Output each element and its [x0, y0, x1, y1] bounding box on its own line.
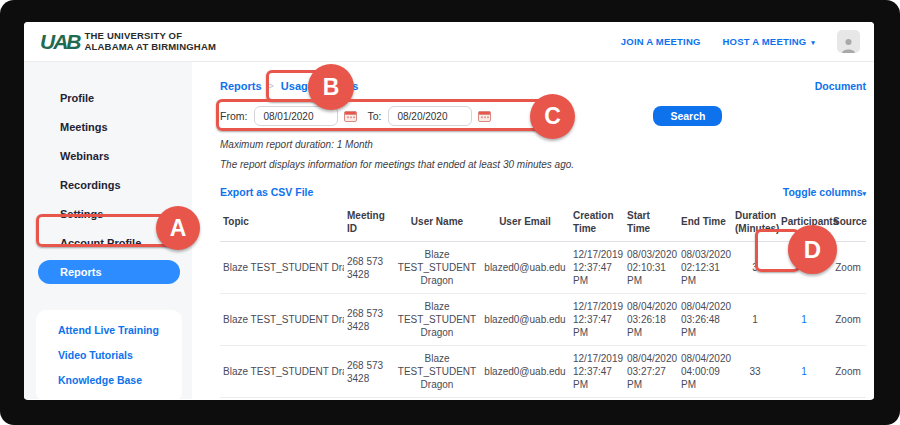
export-csv-link[interactable]: Export as CSV File — [220, 186, 313, 198]
person-icon — [840, 36, 857, 53]
cell-topic: Blaze TEST_STUDENT Drago... — [220, 346, 344, 398]
col-header-creation-time: Creation Time — [570, 204, 624, 242]
table-header-row: Topic Meeting ID User Name User Email Cr… — [220, 204, 866, 242]
cell-duration: 33 — [732, 346, 778, 398]
org-line1: THE UNIVERSITY OF — [85, 30, 183, 41]
cell-creation-time: 12/17/2019 12:37:47 PM — [570, 398, 624, 401]
cell-creation-time: 12/17/2019 12:37:47 PM — [570, 242, 624, 294]
chevron-down-icon: ▾ — [862, 190, 866, 197]
cell-user-email: blazed0@uab.edu — [480, 398, 570, 401]
sidebar-item-settings[interactable]: Settings — [24, 202, 192, 226]
max-duration-note: Maximum report duration: 1 Month — [220, 139, 866, 150]
sidebar: Profile Meetings Webinars Recordings Set… — [24, 62, 192, 399]
search-button[interactable]: Search — [653, 106, 722, 126]
cell-end-time: 08/05/2020 12:07:29 PM — [678, 398, 732, 401]
toggle-columns-link[interactable]: Toggle columns▾ — [783, 186, 866, 198]
col-header-topic: Topic — [220, 204, 344, 242]
sidebar-item-recordings[interactable]: Recordings — [24, 173, 192, 197]
uab-logo[interactable]: UAB THE UNIVERSITY OF ALABAMA AT BIRMING… — [40, 31, 216, 52]
chevron-down-icon: ▾ — [811, 39, 815, 46]
cell-topic: Blaze TEST_STUDENT Drago... — [220, 242, 344, 294]
breadcrumb-separator: > — [269, 81, 274, 91]
cell-duration: 1 — [732, 294, 778, 346]
participants-count-link[interactable]: 4 — [801, 262, 807, 273]
col-header-start-time: Start Time — [624, 204, 678, 242]
calendar-icon[interactable] — [344, 110, 357, 122]
page-body: Profile Meetings Webinars Recordings Set… — [24, 62, 874, 399]
to-label: To: — [367, 110, 381, 122]
video-tutorials-link[interactable]: Video Tutorials — [58, 349, 182, 361]
cell-topic: Blaze TEST_STUDENT Drago... — [220, 398, 344, 401]
from-label: From: — [220, 110, 247, 122]
topbar-actions: JOIN A MEETING HOST A MEETING ▾ — [621, 30, 860, 53]
col-header-source: Source — [830, 204, 866, 242]
report-info-note: The report displays information for meet… — [220, 159, 866, 170]
usage-reports-table: Topic Meeting ID User Name User Email Cr… — [220, 204, 866, 400]
table-row: Blaze TEST_STUDENT Drago... 268 573 3428… — [220, 294, 866, 346]
breadcrumb: Reports > Usage Reports Document — [220, 80, 866, 92]
table-row: Blaze TEST_STUDENT Drago... 268 573 3428… — [220, 346, 866, 398]
main-content: Reports > Usage Reports Document From: — [192, 62, 874, 399]
cell-creation-time: 12/17/2019 12:37:47 PM — [570, 346, 624, 398]
col-header-user-email: User Email — [480, 204, 570, 242]
participants-count-link[interactable]: 1 — [801, 314, 807, 325]
cell-end-time: 08/03/2020 02:12:31 PM — [678, 242, 732, 294]
knowledge-base-link[interactable]: Knowledge Base — [58, 374, 182, 386]
cell-meeting-id: 268 573 3428 — [344, 346, 394, 398]
tab-usage-reports[interactable]: Usage Reports — [281, 80, 359, 92]
cell-source: Zoom — [830, 294, 866, 346]
sidebar-item-webinars[interactable]: Webinars — [24, 144, 192, 168]
participants-count-link[interactable]: 1 — [801, 366, 807, 377]
cell-user-email: blazed0@uab.edu — [480, 242, 570, 294]
sidebar-help-card: Attend Live Training Video Tutorials Kno… — [36, 310, 182, 400]
cell-user-email: blazed0@uab.edu — [480, 294, 570, 346]
cell-meeting-id: 268 573 3428 — [344, 398, 394, 401]
cell-user-name: Blaze TEST_STUDENT Dragon — [394, 346, 480, 398]
cell-user-email: blazed0@uab.edu — [480, 346, 570, 398]
table-row: Blaze TEST_STUDENT Drago... 268 573 3428… — [220, 398, 866, 401]
cell-source: Zoom — [830, 398, 866, 401]
date-filter-form: From: To: — [220, 103, 866, 129]
zoom-web-portal: UAB THE UNIVERSITY OF ALABAMA AT BIRMING… — [24, 22, 874, 400]
breadcrumb-reports-link[interactable]: Reports — [220, 80, 262, 92]
org-line2: ALABAMA AT BIRMINGHAM — [85, 41, 217, 52]
cell-topic: Blaze TEST_STUDENT Drago... — [220, 294, 344, 346]
cell-start-time: 08/03/2020 02:10:31 PM — [624, 242, 678, 294]
document-link[interactable]: Document — [815, 80, 866, 92]
col-header-end-time: End Time — [678, 204, 732, 242]
col-header-user-name: User Name — [394, 204, 480, 242]
sidebar-item-reports[interactable]: Reports — [38, 260, 180, 284]
sidebar-item-account-profile[interactable]: Account Profile — [24, 231, 192, 255]
cell-meeting-id: 268 573 3428 — [344, 242, 394, 294]
screenshot-frame: UAB THE UNIVERSITY OF ALABAMA AT BIRMING… — [0, 0, 900, 425]
cell-start-time: 08/04/2020 03:26:18 PM — [624, 294, 678, 346]
cell-duration: 3 — [732, 242, 778, 294]
to-date-input[interactable] — [388, 106, 472, 126]
cell-user-name: Blaze TEST_STUDENT Dragon — [394, 398, 480, 401]
cell-duration: 104 — [732, 398, 778, 401]
cell-start-time: 08/04/2020 03:27:27 PM — [624, 346, 678, 398]
host-a-meeting-link[interactable]: HOST A MEETING ▾ — [723, 36, 815, 47]
cell-start-time: 08/05/2020 10:24:01 AM — [624, 398, 678, 401]
cell-end-time: 08/04/2020 03:26:48 PM — [678, 294, 732, 346]
user-avatar[interactable] — [837, 30, 860, 53]
uab-logo-mark: UAB — [40, 31, 80, 52]
cell-source: Zoom — [830, 242, 866, 294]
cell-source: Zoom — [830, 346, 866, 398]
cell-end-time: 08/04/2020 04:00:09 PM — [678, 346, 732, 398]
table-row: Blaze TEST_STUDENT Drago... 268 573 3428… — [220, 242, 866, 294]
cell-meeting-id: 268 573 3428 — [344, 294, 394, 346]
uab-org-name: THE UNIVERSITY OF ALABAMA AT BIRMINGHAM — [85, 31, 217, 52]
from-date-input[interactable] — [254, 106, 338, 126]
col-header-participants: Participants — [778, 204, 830, 242]
cell-creation-time: 12/17/2019 12:37:47 PM — [570, 294, 624, 346]
attend-live-training-link[interactable]: Attend Live Training — [58, 324, 182, 336]
calendar-icon[interactable] — [478, 110, 491, 122]
sidebar-item-profile[interactable]: Profile — [24, 86, 192, 110]
cell-user-name: Blaze TEST_STUDENT Dragon — [394, 294, 480, 346]
col-header-duration: Duration (Minutes) — [732, 204, 778, 242]
table-toolbar: Export as CSV File Toggle columns▾ — [220, 186, 866, 198]
top-navigation-bar: UAB THE UNIVERSITY OF ALABAMA AT BIRMING… — [24, 22, 874, 62]
join-a-meeting-link[interactable]: JOIN A MEETING — [621, 36, 701, 47]
sidebar-item-meetings[interactable]: Meetings — [24, 115, 192, 139]
